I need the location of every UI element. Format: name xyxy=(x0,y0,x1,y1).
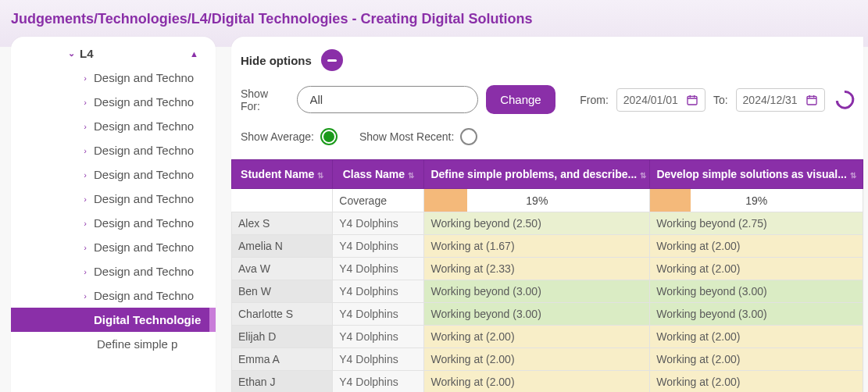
sort-icon: ⇅ xyxy=(317,171,323,180)
svg-rect-0 xyxy=(688,96,697,105)
tree-label: Define simple p xyxy=(97,337,177,351)
tree-node[interactable]: ›Design and Techno xyxy=(11,235,216,259)
coverage-value: 19% xyxy=(424,189,649,212)
table-row: Elijah DY4 DolphinsWorking at (2.00)Work… xyxy=(232,326,863,348)
date-from-input[interactable]: 2024/01/01 xyxy=(616,88,705,112)
tree-label: Design and Techno xyxy=(94,216,194,230)
hide-options-label: Hide options xyxy=(241,54,312,67)
show-for-input[interactable] xyxy=(297,86,479,113)
class-name-cell: Y4 Dolphins xyxy=(333,235,424,258)
tree-node[interactable]: ›Design and Techno xyxy=(11,138,216,162)
chevron-down-icon: ⌄ xyxy=(63,48,80,59)
tree-node[interactable]: ›Design and Techno xyxy=(11,66,216,90)
chevron-right-icon: › xyxy=(77,146,94,155)
chevron-right-icon: › xyxy=(77,219,94,228)
col-class-name[interactable]: Class Name⇅ xyxy=(333,160,424,189)
tree-node-l4[interactable]: ⌄ L4 ▲ xyxy=(11,41,216,66)
coverage-label: Coverage xyxy=(333,189,424,212)
assessment-cell: Working at (2.00) xyxy=(424,348,650,371)
student-name-cell: Charlotte S xyxy=(232,303,333,326)
tree-node[interactable]: ›Design and Techno xyxy=(11,114,216,138)
coverage-row: Coverage 19% 19% xyxy=(232,189,863,212)
tree-label: Design and Techno xyxy=(94,192,194,205)
assessment-cell: Working at (2.00) xyxy=(650,326,863,348)
show-average-label: Show Average: xyxy=(241,130,314,143)
refresh-icon[interactable] xyxy=(832,87,858,112)
coverage-bar-1: 19% xyxy=(424,189,650,212)
tree-node-sub[interactable]: Define simple p xyxy=(11,332,216,356)
student-name-cell: Amelia N xyxy=(232,235,333,258)
col-criteria-1[interactable]: Define simple problems, and describe...⇅ xyxy=(424,160,650,189)
chevron-right-icon: › xyxy=(77,194,94,204)
student-name-cell: Ethan J xyxy=(232,371,333,393)
table-row: Emma AY4 DolphinsWorking at (2.00)Workin… xyxy=(232,348,863,371)
class-name-cell: Y4 Dolphins xyxy=(333,371,424,393)
show-recent-label: Show Most Recent: xyxy=(359,130,454,143)
student-name-cell: Elijah D xyxy=(232,326,333,348)
calendar-icon xyxy=(686,94,698,106)
assessment-cell: Working at (2.00) xyxy=(650,371,863,393)
col-student-name[interactable]: Student Name⇅ xyxy=(232,160,333,189)
to-label: To: xyxy=(713,94,728,106)
assessment-cell: Working beyond (3.00) xyxy=(424,303,650,326)
table-row: Alex SY4 DolphinsWorking beyond (2.50)Wo… xyxy=(232,212,863,235)
tree-label: Design and Techno xyxy=(94,265,194,278)
tree-node-active[interactable]: › Digital Technologie xyxy=(11,308,216,332)
tree-label: Design and Techno xyxy=(94,289,194,302)
change-button[interactable]: Change xyxy=(486,85,555,114)
date-to-input[interactable]: 2024/12/31 xyxy=(736,88,825,112)
tree-node[interactable]: ›Design and Techno xyxy=(11,211,216,235)
tree-label: Design and Techno xyxy=(94,71,194,84)
chevron-right-icon: › xyxy=(77,291,94,301)
show-average-radio[interactable] xyxy=(320,128,338,145)
assessment-table: Student Name⇅ Class Name⇅ Define simple … xyxy=(231,159,863,392)
table-row: Amelia NY4 DolphinsWorking at (1.67)Work… xyxy=(232,235,863,258)
class-name-cell: Y4 Dolphins xyxy=(333,326,424,348)
assessment-cell: Working at (2.33) xyxy=(424,258,650,280)
collapse-options-button[interactable] xyxy=(321,49,343,71)
table-row: Charlotte SY4 DolphinsWorking beyond (3.… xyxy=(232,303,863,326)
table-row: Ava WY4 DolphinsWorking at (2.33)Working… xyxy=(232,258,863,280)
tree-node[interactable]: ›Design and Techno xyxy=(11,259,216,283)
breadcrumb: Judgements/Technologies/L4/Digital Techn… xyxy=(0,0,868,37)
student-name-cell: Emma A xyxy=(232,348,333,371)
tree-label: Design and Techno xyxy=(94,95,194,109)
assessment-cell: Working beyond (2.50) xyxy=(424,212,650,235)
from-label: From: xyxy=(580,94,609,106)
col-criteria-2[interactable]: Develop simple solutions as visual...⇅ xyxy=(650,160,863,189)
class-name-cell: Y4 Dolphins xyxy=(333,280,424,303)
student-name-cell: Alex S xyxy=(232,212,333,235)
assessment-cell: Working beyond (2.75) xyxy=(650,212,863,235)
assessment-cell: Working at (2.00) xyxy=(650,258,863,280)
calendar-icon xyxy=(805,94,818,106)
svg-rect-1 xyxy=(807,96,816,105)
student-name-cell: Ben W xyxy=(232,280,333,303)
chevron-right-icon: › xyxy=(77,122,94,131)
tree-node[interactable]: ›Design and Techno xyxy=(11,187,216,211)
assessment-cell: Working at (2.00) xyxy=(424,371,650,393)
coverage-bar-2: 19% xyxy=(650,189,863,212)
tree-node[interactable]: ›Design and Techno xyxy=(11,162,216,187)
assessment-cell: Working at (2.00) xyxy=(650,348,863,371)
tree-label: Design and Techno xyxy=(94,144,194,157)
class-name-cell: Y4 Dolphins xyxy=(333,303,424,326)
sidebar-tree: ⌄ L4 ▲ ›Design and Techno›Design and Tec… xyxy=(11,37,216,392)
chevron-right-icon: › xyxy=(77,170,94,180)
date-to-value: 2024/12/31 xyxy=(743,94,798,106)
chevron-right-icon: › xyxy=(77,243,94,252)
date-from-value: 2024/01/01 xyxy=(623,94,678,106)
show-recent-radio[interactable] xyxy=(460,128,477,145)
assessment-cell: Working at (2.00) xyxy=(424,326,650,348)
caret-up-icon: ▲ xyxy=(190,49,198,59)
tree-node[interactable]: ›Design and Techno xyxy=(11,283,216,308)
minus-icon xyxy=(327,59,337,62)
tree-node[interactable]: ›Design and Techno xyxy=(11,90,216,114)
assessment-cell: Working at (2.00) xyxy=(650,235,863,258)
table-row: Ben WY4 DolphinsWorking beyond (3.00)Wor… xyxy=(232,280,863,303)
sort-icon: ⇅ xyxy=(640,171,646,180)
chevron-right-icon: › xyxy=(77,73,94,83)
assessment-cell: Working beyond (3.00) xyxy=(650,303,863,326)
tree-label: Digital Technologie xyxy=(94,313,201,326)
show-for-label: Show For: xyxy=(241,87,289,112)
tree-label: Design and Techno xyxy=(94,241,194,254)
